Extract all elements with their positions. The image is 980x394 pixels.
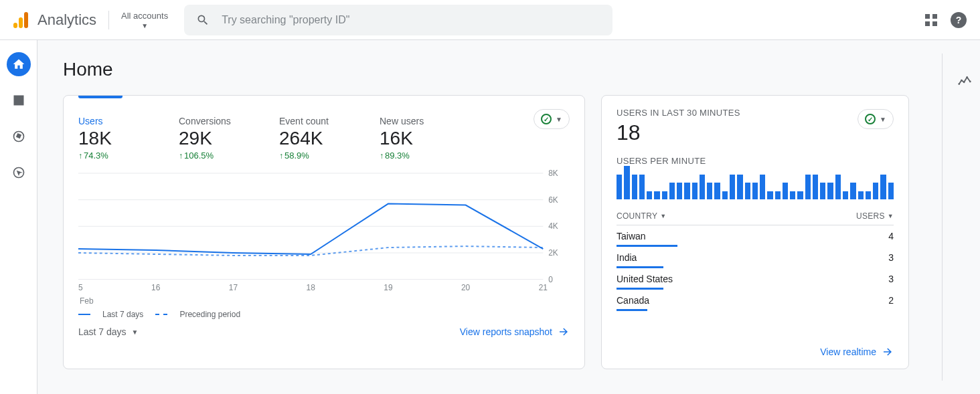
spark-bar (662, 191, 667, 200)
side-nav (0, 40, 37, 394)
spark-bar (827, 183, 833, 199)
search-placeholder: Try searching "property ID" (222, 14, 349, 26)
view-reports-link[interactable]: View reports snapshot (460, 326, 570, 338)
app-header: Analytics All accounts ▼ Try searching "… (0, 0, 980, 40)
svg-point-4 (969, 81, 971, 83)
country-users: 2 (888, 295, 894, 306)
spark-bar (858, 191, 864, 200)
table-row: Canada 2 (617, 290, 894, 311)
search-icon (196, 13, 210, 27)
spark-bar (820, 183, 825, 199)
help-icon[interactable]: ? (951, 12, 967, 28)
svg-text:17: 17 (229, 283, 238, 292)
nav-reports[interactable] (7, 88, 31, 112)
spark-bar (760, 175, 765, 200)
chevron-down-icon: ▼ (141, 22, 148, 29)
spark-bar (677, 183, 682, 199)
card-status-pill[interactable]: ✓ ▼ (534, 109, 570, 129)
svg-text:18: 18 (307, 283, 316, 292)
spark-bar (752, 183, 758, 199)
country-users: 3 (888, 252, 894, 263)
insights-icon[interactable] (957, 74, 972, 91)
svg-text:4K: 4K (548, 221, 558, 231)
card-status-pill[interactable]: ✓ ▼ (858, 109, 894, 129)
search-input[interactable]: Try searching "property ID" (184, 5, 612, 35)
chevron-down-icon: ▼ (888, 213, 894, 219)
metric-tab[interactable]: Users 18K 74.3% (78, 116, 152, 161)
metric-value: 29K (179, 128, 252, 149)
spark-bar (805, 175, 811, 200)
spark-bar (866, 191, 871, 200)
svg-text:6K: 6K (548, 195, 558, 205)
spark-bar (692, 183, 698, 199)
chart-legend: Last 7 days Preceding period (78, 310, 570, 319)
chevron-down-icon: ▼ (880, 116, 886, 123)
metric-delta: 89.3% (380, 151, 453, 161)
account-label: All accounts (121, 11, 168, 21)
metric-delta: 106.5% (179, 151, 252, 161)
legend-swatch-prev (155, 314, 167, 315)
metric-delta: 58.9% (279, 151, 353, 161)
spark-bar (835, 175, 841, 200)
spark-bar (684, 183, 689, 199)
table-row: India 3 (617, 247, 894, 268)
metric-label: New users (380, 116, 453, 126)
metric-label: Conversions (179, 116, 252, 126)
spark-bar (632, 175, 637, 200)
col-users[interactable]: USERS ▼ (856, 211, 894, 221)
svg-text:15: 15 (78, 283, 83, 292)
svg-text:21: 21 (539, 283, 548, 292)
main-content: Home ✓ ▼ Users 18K 74.3%Conversions 29K … (37, 40, 980, 394)
metric-delta: 74.3% (78, 151, 152, 161)
table-row: Taiwan 4 (617, 225, 894, 247)
metric-value: 18K (78, 128, 152, 149)
spark-bar (617, 175, 622, 200)
analytics-logo (13, 12, 28, 28)
country-users: 3 (888, 274, 894, 284)
spark-bar (745, 183, 750, 199)
period-selector[interactable]: Last 7 days ▼ (78, 326, 139, 337)
metrics-row: Users 18K 74.3%Conversions 29K 106.5%Eve… (78, 116, 570, 161)
country-users: 4 (888, 231, 894, 241)
arrow-right-icon (558, 326, 570, 338)
col-country[interactable]: COUNTRY ▼ (617, 211, 666, 221)
metric-tab[interactable]: Conversions 29K 106.5% (179, 116, 252, 161)
svg-text:8K: 8K (548, 170, 558, 178)
spark-bar (624, 166, 629, 199)
account-switcher[interactable]: All accounts ▼ (108, 11, 168, 29)
spark-bar (813, 175, 818, 200)
view-realtime-link[interactable]: View realtime (820, 346, 894, 358)
realtime-title: USERS IN LAST 30 MINUTES (617, 108, 894, 118)
check-icon: ✓ (541, 114, 552, 124)
spark-bar (700, 175, 705, 200)
active-tab-indicator (78, 96, 122, 98)
users-line-chart: 02K4K6K8K 15161718192021 (78, 170, 570, 294)
spark-bar (843, 191, 848, 200)
nav-advertising[interactable] (7, 161, 31, 185)
legend-swatch-current (78, 314, 90, 315)
nav-explore[interactable] (7, 124, 31, 149)
spark-bar (707, 183, 712, 199)
chevron-down-icon: ▼ (660, 213, 666, 219)
metric-tab[interactable]: New users 16K 89.3% (380, 116, 453, 161)
nav-home[interactable] (7, 52, 31, 76)
spark-bar (639, 175, 645, 200)
check-icon: ✓ (865, 114, 876, 124)
table-row: United States 3 (617, 268, 894, 290)
metric-value: 16K (380, 128, 453, 149)
spark-title: USERS PER MINUTE (617, 156, 894, 166)
country-name: United States (617, 274, 673, 284)
spark-bar (880, 175, 886, 200)
chevron-down-icon: ▼ (556, 116, 562, 123)
spark-bar (767, 191, 772, 200)
spark-bar (647, 191, 652, 200)
svg-text:16: 16 (151, 283, 161, 292)
apps-icon[interactable] (925, 14, 937, 26)
x-axis-month: Feb (80, 296, 570, 306)
spark-bar (888, 183, 894, 199)
metric-tab[interactable]: Event count 264K 58.9% (279, 116, 353, 161)
svg-text:20: 20 (461, 283, 471, 292)
page-title: Home (63, 59, 955, 80)
users-per-minute-chart (617, 166, 894, 199)
svg-text:2K: 2K (548, 248, 558, 258)
